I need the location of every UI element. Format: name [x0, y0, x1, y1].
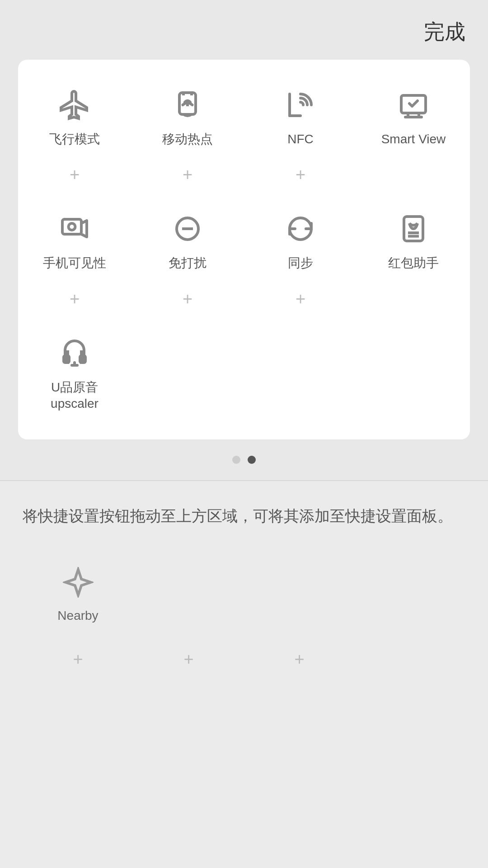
tile-nearby-label: Nearby — [57, 609, 98, 623]
plus-icon: + — [183, 166, 192, 183]
plus-icon: + — [183, 290, 192, 307]
tile-redpacket-label: 红包助手 — [388, 255, 439, 271]
main-card: 飞行模式 移动热点 — [18, 60, 470, 439]
tile-hotspot-label: 移动热点 — [162, 131, 213, 147]
tile-dnd[interactable]: 免打扰 — [131, 197, 244, 280]
smartview-icon — [395, 87, 432, 123]
tile-hotspot[interactable]: 移动热点 — [131, 73, 244, 156]
avail-empty-1 — [133, 555, 244, 632]
empty-slot-3 — [357, 321, 470, 421]
bottom-add-slot-4 — [355, 646, 465, 673]
empty-slot-1 — [131, 321, 244, 421]
add-slot-2-1[interactable]: + — [18, 285, 131, 312]
hotspot-icon — [169, 87, 206, 123]
tile-audio-label: U品原音upscaler — [51, 379, 99, 412]
dnd-icon — [169, 211, 206, 247]
add-slot-1-4 — [357, 161, 470, 188]
add-slot-2-4 — [357, 285, 470, 312]
tile-sync-label: 同步 — [288, 255, 313, 271]
plus-icon: + — [73, 651, 83, 668]
plus-icon: + — [183, 651, 193, 668]
nearby-icon — [60, 564, 96, 600]
header: 完成 — [0, 0, 488, 60]
tile-visibility-label: 手机可见性 — [43, 255, 106, 271]
tiles-row-1: 飞行模式 移动热点 — [18, 73, 470, 156]
bottom-add-row: + + + — [23, 637, 465, 673]
tile-audio[interactable]: U品原音upscaler — [18, 321, 131, 421]
instruction-text: 将快捷设置按钮拖动至上方区域，可将其添加至快捷设置面板。 — [23, 504, 465, 528]
visibility-icon — [56, 211, 93, 247]
nfc-icon — [282, 87, 319, 123]
add-slot-1-2[interactable]: + — [131, 161, 244, 188]
tile-sync[interactable]: 同步 — [244, 197, 357, 280]
plus-icon: + — [294, 651, 304, 668]
add-row-1: + + + — [18, 156, 470, 197]
add-slot-1-3[interactable]: + — [244, 161, 357, 188]
tile-visibility[interactable]: 手机可见性 — [18, 197, 131, 280]
tile-airplane[interactable]: 飞行模式 — [18, 73, 131, 156]
add-slot-2-2[interactable]: + — [131, 285, 244, 312]
avail-empty-3 — [355, 555, 465, 632]
plus-icon: + — [70, 166, 80, 183]
plus-icon: + — [296, 166, 305, 183]
add-slot-2-3[interactable]: + — [244, 285, 357, 312]
tile-nearby[interactable]: Nearby — [23, 555, 133, 632]
airplane-icon — [56, 87, 93, 123]
add-slot-1-1[interactable]: + — [18, 161, 131, 188]
tile-redpacket[interactable]: 红包助手 — [357, 197, 470, 280]
svg-rect-5 — [62, 219, 81, 234]
tile-smartview-label: Smart View — [381, 131, 446, 147]
page-dot-1[interactable] — [232, 456, 240, 464]
redpacket-icon — [395, 211, 432, 247]
avail-empty-2 — [244, 555, 355, 632]
bottom-add-slot-2[interactable]: + — [133, 646, 244, 673]
bottom-section: 将快捷设置按钮拖动至上方区域，可将其添加至快捷设置面板。 Nearby + + … — [0, 481, 488, 868]
svg-point-6 — [69, 223, 75, 230]
plus-icon: + — [296, 290, 305, 307]
headphones-icon — [56, 335, 93, 371]
page-indicators — [0, 439, 488, 480]
plus-icon: + — [70, 290, 80, 307]
done-button[interactable]: 完成 — [424, 18, 465, 46]
tile-nfc[interactable]: NFC — [244, 73, 357, 156]
bottom-add-slot-1[interactable]: + — [23, 646, 133, 673]
tiles-row-3: U品原音upscaler — [18, 321, 470, 421]
empty-slot-2 — [244, 321, 357, 421]
tile-dnd-label: 免打扰 — [169, 255, 206, 271]
sync-icon — [282, 211, 319, 247]
tile-airplane-label: 飞行模式 — [49, 131, 100, 147]
available-tiles: Nearby — [23, 555, 465, 632]
tile-smartview[interactable]: Smart View — [357, 73, 470, 156]
tile-nfc-label: NFC — [287, 131, 314, 147]
add-row-2: + + + — [18, 281, 470, 321]
tiles-row-2: 手机可见性 免打扰 同步 — [18, 197, 470, 280]
page-dot-2[interactable] — [248, 456, 256, 464]
bottom-add-slot-3[interactable]: + — [244, 646, 355, 673]
